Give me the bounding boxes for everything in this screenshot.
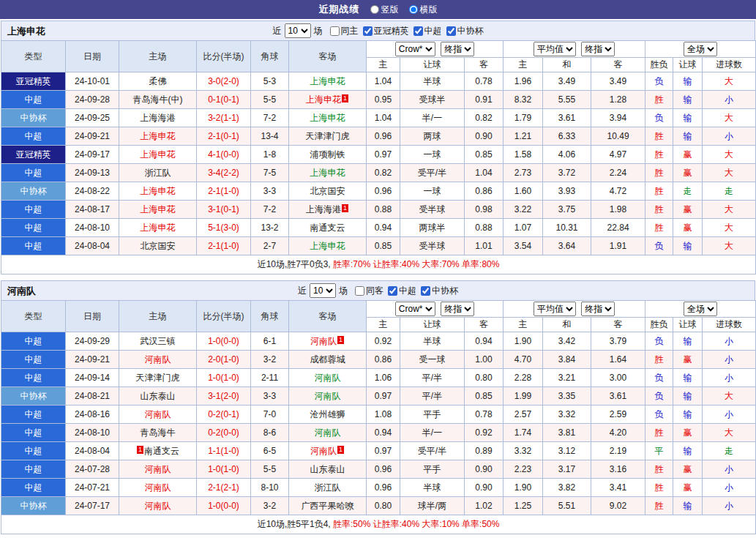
away-team-name[interactable]: 上海海港 bbox=[306, 204, 341, 214]
away-team-name[interactable]: 上海申花 bbox=[310, 113, 345, 123]
bookmaker-select[interactable]: Crow* bbox=[395, 42, 435, 56]
match-count-select[interactable]: 10 bbox=[285, 23, 311, 38]
league-filter-checkbox[interactable]: 中协杯 bbox=[421, 285, 458, 297]
handicap-cell: 半球 bbox=[400, 332, 465, 351]
avg-home-cell: 1.07 bbox=[504, 219, 543, 237]
checkbox-icon[interactable] bbox=[363, 26, 373, 36]
league-type-cell: 中超 bbox=[1, 460, 66, 479]
avg-away-cell: 3.94 bbox=[591, 109, 645, 127]
odds-time-select[interactable]: 终指 bbox=[441, 302, 474, 316]
home-team-name[interactable]: 山东泰山 bbox=[141, 391, 176, 401]
col-header-date: 日期 bbox=[66, 41, 119, 72]
away-team-name[interactable]: 河南队 bbox=[315, 373, 341, 383]
average-select[interactable]: 平均值 bbox=[534, 302, 576, 316]
team-header-row: 上海申花 近 10 场 同主 亚冠精英 bbox=[1, 20, 755, 40]
away-team-name[interactable]: 山东泰山 bbox=[310, 464, 345, 474]
away-team-name[interactable]: 上海申花 bbox=[310, 76, 345, 86]
home-team-name[interactable]: 上海海港 bbox=[141, 113, 176, 123]
home-team-name[interactable]: 河南队 bbox=[145, 482, 171, 493]
away-team-name[interactable]: 河南队 bbox=[315, 391, 341, 401]
checkbox-icon[interactable] bbox=[413, 26, 423, 36]
away-team-name[interactable]: 上海申花 bbox=[310, 241, 345, 251]
home-team-name[interactable]: 北京国安 bbox=[141, 241, 176, 251]
away-team-name[interactable]: 河南队 bbox=[310, 446, 337, 456]
match-date-cell: 24-07-17 bbox=[66, 497, 119, 515]
odds-away-cell: 0.82 bbox=[465, 109, 504, 127]
league-filter-checkbox[interactable]: 同主 bbox=[330, 25, 359, 37]
home-team-name[interactable]: 上海申花 bbox=[141, 149, 176, 160]
match-row: 中超 24-09-21 上海申花 2-1(0-1) 13-4 天津津门虎 0.9… bbox=[1, 127, 756, 146]
average-select[interactable]: 平均值 bbox=[534, 42, 576, 56]
layout-radio-horizontal[interactable]: 横版 bbox=[409, 4, 438, 16]
league-filter-checkbox[interactable]: 中协杯 bbox=[446, 25, 484, 37]
result-cell: 胜 bbox=[645, 146, 673, 164]
avg-draw-cell: 3.21 bbox=[543, 369, 591, 387]
home-team-name[interactable]: 上海申花 bbox=[141, 131, 176, 141]
checkbox-icon[interactable] bbox=[355, 286, 364, 296]
avg-away-cell: 4.97 bbox=[591, 146, 645, 164]
home-team-name[interactable]: 河南队 bbox=[145, 354, 171, 365]
fulltime-select[interactable]: 全场 bbox=[684, 302, 717, 316]
checkbox-icon[interactable] bbox=[421, 286, 430, 296]
avg-away-cell: 1.91 bbox=[591, 237, 645, 255]
home-team-name[interactable]: 上海申花 bbox=[141, 204, 176, 214]
away-team-name[interactable]: 成都蓉城 bbox=[310, 354, 345, 365]
home-team-name[interactable]: 河南队 bbox=[145, 464, 171, 474]
league-filter-checkbox[interactable]: 中超 bbox=[388, 285, 416, 297]
home-team-name[interactable]: 青岛海牛 bbox=[141, 427, 176, 438]
horizontal-radio-icon[interactable] bbox=[409, 5, 418, 14]
checkbox-icon[interactable] bbox=[388, 286, 397, 296]
score-cell: 2-0(1-0) bbox=[197, 351, 251, 369]
checkbox-icon[interactable] bbox=[330, 26, 340, 36]
odds-time-select[interactable]: 终指 bbox=[441, 42, 474, 56]
odds-header-cell: Crow* 终指 bbox=[367, 301, 504, 318]
home-team-name[interactable]: 浙江队 bbox=[145, 168, 171, 178]
handicap-cell: 平/半 bbox=[400, 369, 465, 387]
layout-radio-vertical[interactable]: 竖版 bbox=[370, 4, 399, 16]
away-team-name[interactable]: 广西平果哈嘹 bbox=[302, 501, 354, 511]
away-team-name[interactable]: 河南队 bbox=[315, 427, 341, 438]
home-team-name[interactable]: 河南队 bbox=[145, 409, 171, 419]
home-team-name[interactable]: 青岛海牛(中) bbox=[133, 94, 183, 105]
away-team-cell: 浙江队 bbox=[289, 479, 367, 497]
avg-time-select[interactable]: 终指 bbox=[581, 42, 615, 56]
away-team-name[interactable]: 南通支云 bbox=[310, 223, 345, 233]
away-team-name[interactable]: 河南队 bbox=[310, 336, 337, 346]
goals-result-cell: 小 bbox=[703, 127, 756, 146]
home-team-name[interactable]: 上海申花 bbox=[141, 186, 176, 196]
goals-result-cell: 小 bbox=[703, 406, 756, 424]
avg-time-select[interactable]: 终指 bbox=[581, 302, 615, 316]
bookmaker-select[interactable]: Crow* bbox=[395, 302, 435, 316]
away-team-name[interactable]: 沧州雄狮 bbox=[310, 409, 345, 419]
home-team-name[interactable]: 南通支云 bbox=[144, 446, 179, 456]
summary-rates: 胜率:50% 让胜率:40% 大率:10% 单率:50% bbox=[333, 519, 499, 529]
avg-home-cell: 1.60 bbox=[504, 182, 543, 201]
home-team-name[interactable]: 河南队 bbox=[145, 501, 171, 511]
avg-draw-cell: 5.55 bbox=[543, 91, 591, 109]
fulltime-select[interactable]: 全场 bbox=[684, 42, 717, 56]
match-date-cell: 24-07-21 bbox=[66, 479, 119, 497]
away-team-name[interactable]: 浙江队 bbox=[315, 482, 341, 493]
away-team-name[interactable]: 浦项制铁 bbox=[310, 149, 345, 160]
vertical-radio-icon[interactable] bbox=[370, 5, 379, 14]
near-label: 近 bbox=[273, 25, 282, 37]
league-filter-checkbox[interactable]: 同客 bbox=[355, 285, 383, 297]
home-team-name[interactable]: 柔佛 bbox=[149, 76, 167, 86]
away-team-name[interactable]: 天津津门虎 bbox=[306, 131, 350, 141]
home-team-name[interactable]: 天津津门虎 bbox=[136, 373, 180, 383]
league-filter-checkbox[interactable]: 中超 bbox=[413, 25, 442, 37]
checkbox-icon[interactable] bbox=[446, 26, 456, 36]
odds-away-cell: 1.01 bbox=[465, 237, 504, 255]
away-team-name[interactable]: 北京国安 bbox=[310, 186, 345, 196]
corner-cell: 13-4 bbox=[251, 127, 289, 146]
away-team-name[interactable]: 上海申花 bbox=[306, 94, 341, 105]
handicap-result-cell: 输 bbox=[673, 237, 703, 255]
away-team-name[interactable]: 上海申花 bbox=[310, 168, 345, 178]
home-team-name[interactable]: 武汉三镇 bbox=[141, 336, 176, 346]
match-count-select[interactable]: 10 bbox=[310, 283, 336, 298]
home-team-name[interactable]: 上海申花 bbox=[141, 223, 176, 233]
league-filter-checkbox[interactable]: 亚冠精英 bbox=[363, 25, 409, 37]
match-date-cell: 24-09-25 bbox=[66, 109, 119, 127]
col-header-corner: 角球 bbox=[251, 301, 289, 332]
team-name-title: 上海申花 bbox=[7, 21, 45, 41]
